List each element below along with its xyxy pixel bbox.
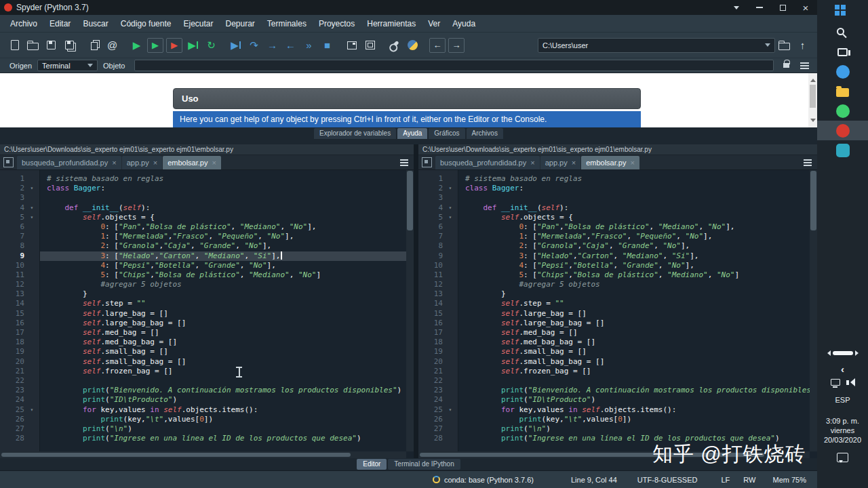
scroll-right-icon[interactable] — [855, 350, 861, 356]
parent-directory-icon[interactable]: ↑ — [793, 36, 812, 54]
taskbar-task-view[interactable] — [817, 42, 868, 62]
menu-buscar[interactable]: Buscar — [77, 16, 114, 31]
debug-file-icon[interactable]: ▶ — [226, 36, 245, 54]
preferences-icon[interactable] — [385, 36, 403, 54]
tab-options-icon[interactable] — [804, 162, 812, 163]
scroll-thumb[interactable] — [1, 453, 351, 457]
fullscreen-icon[interactable] — [361, 36, 379, 54]
run-cell-advance-icon[interactable]: ▶ — [166, 38, 182, 53]
pane-splitter[interactable] — [414, 144, 418, 458]
taskbar-search[interactable] — [817, 22, 868, 42]
scroll-thumb[interactable] — [833, 351, 853, 355]
file-tab-app-py[interactable]: app.py× — [122, 156, 162, 169]
code-text[interactable]: # sistema basado en reglasclass Bagger: … — [39, 170, 414, 458]
menu-terminales[interactable]: Terminales — [261, 16, 313, 31]
taskbar-start[interactable] — [817, 3, 868, 22]
tab-options-icon[interactable] — [400, 162, 408, 163]
fold-marker-icon[interactable]: ▾ — [446, 203, 455, 213]
panel-tab-ayuda[interactable]: Ayuda — [397, 128, 427, 139]
fold-marker-icon[interactable]: ▾ — [27, 184, 37, 193]
scroll-down-icon[interactable] — [810, 119, 816, 125]
menu-depurar[interactable]: Depurar — [220, 16, 261, 31]
new-file-icon[interactable] — [5, 36, 24, 54]
vertical-scrollbar[interactable] — [406, 170, 414, 451]
find-symbols-icon[interactable]: @ — [103, 36, 121, 54]
source-select[interactable]: Terminal — [37, 60, 98, 71]
menu-proyectos[interactable]: Proyectos — [313, 16, 361, 31]
browse-directory-icon[interactable] — [775, 36, 793, 54]
close-tab-icon[interactable]: × — [153, 159, 157, 167]
pythonpath-manager-icon[interactable] — [403, 36, 422, 54]
step-into-icon[interactable]: → — [263, 36, 281, 54]
scroll-left-icon[interactable] — [825, 350, 831, 356]
fold-marker-icon[interactable]: ▾ — [27, 203, 37, 213]
taskbar-spyder[interactable] — [817, 121, 868, 140]
run-cell-icon[interactable]: ▶ — [147, 38, 163, 53]
save-all-icon[interactable] — [60, 36, 79, 54]
help-scrollbar[interactable] — [808, 73, 817, 127]
language-indicator[interactable]: ESP — [817, 396, 868, 404]
nav-forward-icon[interactable]: → — [448, 38, 465, 53]
menu-ver[interactable]: Ver — [422, 16, 446, 31]
menu-ayuda[interactable]: Ayuda — [446, 16, 481, 31]
taskbar-file-explorer[interactable] — [817, 81, 868, 101]
close-button[interactable]: × — [794, 0, 817, 15]
working-directory-combo[interactable]: C:\Users\user — [538, 38, 775, 53]
menu-c-digo-fuente[interactable]: Código fuente — [115, 16, 178, 31]
taskbar-clock[interactable]: 3:09 p. m. viernes 20/03/2020 — [817, 416, 868, 445]
taskbar-app-green[interactable] — [817, 101, 868, 121]
panel-tab-explorador-de-variables[interactable]: Explorador de variables — [314, 128, 396, 139]
horizontal-scrollbar[interactable] — [0, 451, 406, 458]
panel-tab-archivos[interactable]: Archivos — [467, 128, 503, 139]
maximize-pane-icon[interactable] — [342, 36, 361, 54]
panel-tab-gr-ficos[interactable]: Gráficos — [429, 128, 465, 139]
fold-marker-icon[interactable]: ▾ — [27, 213, 37, 222]
vertical-scrollbar[interactable] — [810, 170, 817, 451]
code-editor[interactable]: 12▾34▾5▾67891011121314151617181920212223… — [0, 170, 414, 458]
nav-back-icon[interactable]: ← — [429, 38, 446, 53]
options-menu-icon[interactable] — [800, 65, 809, 66]
fold-marker-icon[interactable]: ▾ — [446, 184, 455, 193]
file-tab-embolsar-py[interactable]: embolsar.py× — [581, 156, 639, 169]
taskbar-app-blue[interactable] — [817, 62, 868, 81]
restart-kernel-icon[interactable]: ↻ — [202, 36, 220, 54]
run-file-icon[interactable]: ▶ — [127, 36, 146, 54]
scroll-up-icon[interactable] — [810, 76, 816, 82]
close-tab-icon[interactable]: × — [530, 159, 534, 167]
stop-debug-icon[interactable]: ■ — [318, 36, 336, 54]
run-selection-icon[interactable]: ▶ — [184, 36, 202, 54]
close-tab-icon[interactable]: × — [112, 159, 116, 167]
file-tab-busqueda-profundidad-py[interactable]: busqueda_profundidad.py× — [17, 156, 121, 169]
file-tab-app-py[interactable]: app.py× — [540, 156, 580, 169]
more-options-icon[interactable] — [725, 0, 748, 15]
code-editor[interactable]: 12▾34▾5▾67891011121314151617181920212223… — [418, 170, 817, 458]
scroll-thumb[interactable] — [810, 171, 816, 230]
bottom-tab-editor[interactable]: Editor — [357, 459, 387, 470]
bottom-tab-terminal-de-ipython[interactable]: Terminal de IPython — [388, 459, 460, 470]
browse-tabs-button[interactable] — [422, 157, 432, 167]
open-file-icon[interactable] — [24, 36, 42, 54]
fold-marker-icon[interactable]: ▾ — [446, 405, 455, 415]
minimize-button[interactable] — [748, 0, 771, 15]
taskbar-app-teal[interactable] — [817, 140, 868, 160]
close-tab-icon[interactable]: × — [630, 159, 634, 167]
menu-herramientas[interactable]: Herramientas — [361, 16, 422, 31]
close-tab-icon[interactable]: × — [212, 159, 216, 167]
code-text[interactable]: # sistema basado en reglasclass Bagger: … — [458, 170, 817, 458]
scroll-thumb[interactable] — [810, 85, 816, 108]
close-tab-icon[interactable]: × — [572, 159, 576, 167]
file-tab-busqueda-profundidad-py[interactable]: busqueda_profundidad.py× — [435, 156, 540, 169]
copy-icon[interactable] — [85, 36, 103, 54]
fold-marker-icon[interactable]: ▾ — [446, 213, 455, 222]
scroll-thumb[interactable] — [407, 171, 413, 230]
menu-ejecutar[interactable]: Ejecutar — [177, 16, 219, 31]
lock-icon[interactable] — [783, 63, 789, 68]
show-hidden-icons-chevron[interactable]: ‹ — [817, 363, 868, 375]
taskbar-mini-scrollbar[interactable] — [817, 348, 868, 358]
browse-tabs-button[interactable] — [3, 157, 14, 167]
save-file-icon[interactable] — [42, 36, 60, 54]
step-return-icon[interactable]: ← — [281, 36, 300, 54]
menu-archivo[interactable]: Archivo — [4, 16, 43, 31]
step-over-icon[interactable]: ↷ — [245, 36, 263, 54]
menu-editar[interactable]: Editar — [43, 16, 77, 31]
